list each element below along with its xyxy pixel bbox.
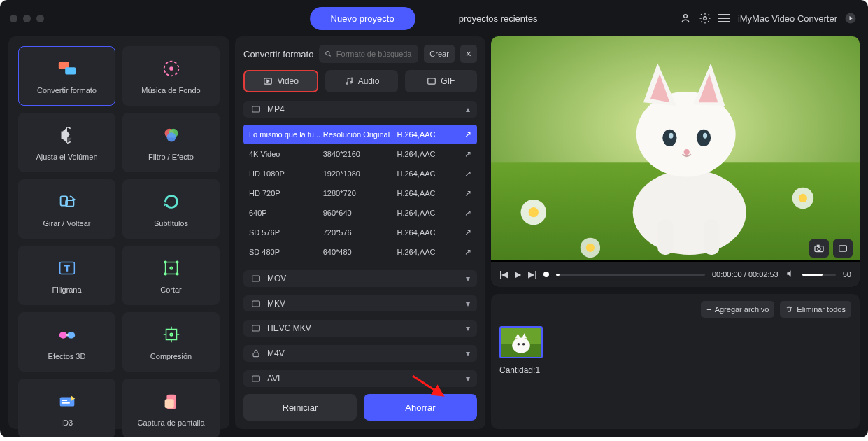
- svg-point-48: [586, 244, 595, 252]
- tool-convert[interactable]: Convertir formato: [18, 46, 115, 106]
- preview-image: [491, 36, 860, 260]
- tool-crop[interactable]: Cortar: [122, 246, 220, 305]
- section-mkv[interactable]: MKV ▾: [243, 295, 477, 312]
- preset-name: SD 576P: [249, 228, 323, 237]
- fullscreen-button[interactable]: [833, 239, 853, 258]
- next-frame-button[interactable]: ▶|: [528, 270, 536, 279]
- subtitle-icon: [161, 191, 182, 212]
- preset-res: Resolución Original: [323, 130, 397, 139]
- preset-row[interactable]: HD 1080P 1920*1080 H.264,AAC ↗: [243, 164, 477, 183]
- section-mp4[interactable]: MP4 ▴: [243, 101, 477, 118]
- clear-all-button[interactable]: Eliminar todos: [780, 301, 851, 318]
- video-icon: [263, 76, 273, 86]
- file-thumbnail[interactable]: [499, 326, 543, 358]
- tool-screenshot[interactable]: Captura de pantalla: [122, 379, 220, 438]
- type-tab-audio[interactable]: Audio: [325, 70, 397, 92]
- svg-point-30: [326, 52, 329, 55]
- svg-point-24: [170, 333, 173, 336]
- save-label: Ahorrar: [405, 402, 435, 413]
- svg-rect-61: [839, 246, 847, 251]
- open-settings-icon[interactable]: ↗: [464, 247, 471, 257]
- search-input[interactable]: [336, 50, 413, 58]
- open-settings-icon[interactable]: ↗: [464, 188, 471, 198]
- snapshot-button[interactable]: [809, 239, 829, 258]
- preset-res: 720*576: [323, 228, 397, 237]
- close-button[interactable]: ×: [460, 45, 477, 63]
- search-icon: [325, 50, 332, 58]
- menu-icon[interactable]: [718, 12, 731, 24]
- prev-frame-button[interactable]: |◀: [499, 270, 508, 279]
- open-settings-icon[interactable]: ↗: [464, 130, 471, 139]
- gear-icon[interactable]: [699, 12, 711, 24]
- play-button[interactable]: ▶: [515, 270, 521, 279]
- preset-codec: H.264,AAC: [397, 209, 457, 217]
- tool-filter[interactable]: Filtro / Efecto: [122, 113, 220, 172]
- tool-bg-music[interactable]: Música de Fondo: [122, 46, 220, 106]
- open-settings-icon[interactable]: ↗: [464, 169, 471, 178]
- close-dot[interactable]: [10, 15, 17, 22]
- create-button[interactable]: Crear: [424, 45, 455, 63]
- preset-row[interactable]: SD 576P 720*576 H.264,AAC ↗: [243, 223, 477, 242]
- preset-codec: H.264,AAC: [397, 189, 457, 197]
- volume-slider[interactable]: [802, 274, 836, 276]
- type-tab-gif[interactable]: GIF: [405, 70, 477, 92]
- preset-codec: H.264,AAC: [397, 150, 457, 158]
- tool-volume[interactable]: Ajusta el Volúmen: [18, 113, 115, 172]
- playhead-icon[interactable]: [543, 272, 549, 277]
- tab-recent-projects[interactable]: proyectos recientes: [438, 7, 559, 30]
- progress-bar[interactable]: [556, 274, 705, 276]
- preset-name: 640P: [249, 209, 323, 217]
- svg-point-16: [176, 261, 178, 263]
- format-search[interactable]: [319, 45, 418, 63]
- add-file-button[interactable]: +Agregar archivo: [701, 301, 774, 318]
- volume-icon[interactable]: [785, 269, 795, 281]
- plus-icon: +: [706, 305, 711, 314]
- tool-watermark[interactable]: T Filigrana: [18, 246, 115, 305]
- open-settings-icon[interactable]: ↗: [464, 208, 471, 218]
- preset-row[interactable]: SD 480P 640*480 H.264,AAC ↗: [243, 242, 477, 262]
- open-settings-icon[interactable]: ↗: [464, 227, 471, 237]
- section-label: MP4: [267, 104, 460, 114]
- filter-icon: [161, 125, 182, 146]
- section-mov[interactable]: MOV ▾: [243, 270, 477, 287]
- tool-3d[interactable]: Efectos 3D: [18, 312, 115, 372]
- svg-point-19: [170, 267, 173, 270]
- audio-icon: [344, 76, 354, 86]
- type-tab-label: Audio: [358, 76, 380, 86]
- open-settings-icon[interactable]: ↗: [464, 149, 471, 159]
- section-hevc-mkv[interactable]: HEVC MKV ▾: [243, 320, 477, 337]
- maximize-dot[interactable]: [36, 15, 44, 22]
- type-tab-label: GIF: [441, 76, 455, 86]
- panel-title: Convertir formato: [243, 49, 313, 59]
- tool-id3[interactable]: ID3: [18, 379, 115, 438]
- type-tabs: Video Audio GIF: [243, 70, 477, 92]
- svg-point-0: [684, 15, 688, 18]
- preset-row[interactable]: HD 720P 1280*720 H.264,AAC ↗: [243, 183, 477, 203]
- user-icon[interactable]: [679, 12, 692, 24]
- reset-button[interactable]: Reiniciar: [243, 394, 357, 421]
- preset-codec: H.264,AAC: [397, 130, 457, 139]
- preset-codec: H.264,AAC: [397, 248, 457, 256]
- svg-rect-26: [62, 400, 67, 401]
- preset-row[interactable]: 640P 960*640 H.264,AAC ↗: [243, 203, 477, 223]
- section-label: AVI: [267, 374, 460, 384]
- format-panel: Convertir formato Crear × Video Audio: [235, 36, 485, 429]
- svg-point-46: [799, 194, 807, 202]
- tab-new-project[interactable]: Nuevo proyecto: [310, 7, 415, 30]
- section-avi[interactable]: AVI ▾: [243, 370, 477, 387]
- tool-compress[interactable]: Compresión: [122, 312, 220, 372]
- type-tab-video[interactable]: Video: [243, 70, 318, 92]
- save-button[interactable]: Ahorrar: [364, 394, 477, 421]
- right-pane: |◀ ▶ ▶| 00:00:00 / 00:02:53 50 +Agregar …: [491, 36, 860, 429]
- tool-rotate[interactable]: Girar / Voltear: [18, 179, 115, 239]
- minimize-dot[interactable]: [23, 15, 31, 22]
- quantity-display: Cantidad:1: [499, 365, 851, 375]
- preset-res: 640*480: [323, 248, 397, 256]
- preset-row[interactable]: 4K Video 3840*2160 H.264,AAC ↗: [243, 144, 477, 164]
- tool-label: Convertir formato: [37, 86, 97, 94]
- svg-rect-39: [253, 354, 259, 357]
- preset-row[interactable]: Lo mismo que la fu... Resolución Origina…: [243, 125, 477, 144]
- tool-subtitles[interactable]: Subtítulos: [122, 179, 220, 239]
- section-m4v[interactable]: M4V ▾: [243, 345, 477, 362]
- svg-rect-38: [252, 326, 260, 331]
